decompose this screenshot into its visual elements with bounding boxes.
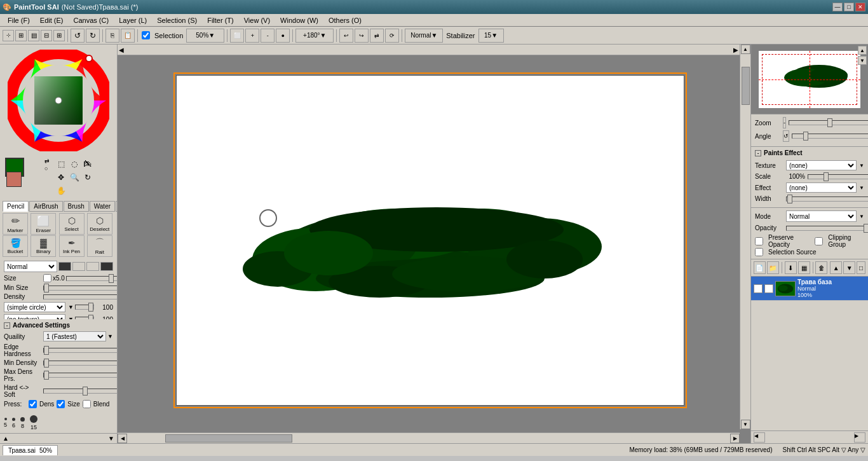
max-dens-slider[interactable] <box>43 373 118 378</box>
rb-left-btn[interactable]: ◀ <box>754 432 765 443</box>
shape-select[interactable]: (simple circle) <box>4 302 65 312</box>
menu-layer[interactable]: Layer (L) <box>114 15 152 25</box>
layer-extra-btn[interactable]: □ <box>857 261 865 274</box>
dot-size-15[interactable]: 15 <box>30 415 37 430</box>
layer-down-btn[interactable]: ▼ <box>843 261 855 274</box>
tool-grid-btn[interactable]: ⊟ <box>41 30 52 41</box>
scroll-left-btn[interactable]: ◀ <box>118 434 127 443</box>
flip-btn[interactable]: ⇄ <box>370 29 384 43</box>
nav-angle-minus[interactable]: ↺ <box>783 130 789 142</box>
tool-zoom-btn[interactable]: ▤ <box>28 30 39 41</box>
scroll-up-btn[interactable]: ▲ <box>741 45 750 54</box>
tool-copy-btn[interactable]: ⎘ <box>105 29 119 43</box>
shape-dark-btn[interactable] <box>100 262 113 271</box>
layer-lock-btn[interactable]: 🖊 <box>764 284 773 293</box>
size-press-checkbox[interactable] <box>57 400 65 408</box>
size-slider[interactable] <box>66 276 117 281</box>
left-scroll-down[interactable]: ▼ <box>108 435 114 442</box>
lm-mode-select[interactable]: Normal <box>786 210 857 222</box>
dot-size-8[interactable]: 8 <box>20 417 25 429</box>
minimize-button[interactable]: — <box>832 3 843 11</box>
left-scroll-up[interactable]: ▲ <box>3 435 9 442</box>
min-size-slider[interactable] <box>43 286 117 291</box>
clipping-group-checkbox[interactable] <box>815 237 823 245</box>
density-slider[interactable] <box>43 294 117 299</box>
layer-delete-btn[interactable]: 🗑 <box>815 261 827 274</box>
scroll-thumb-h[interactable] <box>165 434 292 443</box>
tool-deselect[interactable]: ⬡ Deselect <box>87 213 112 235</box>
layer-new-btn[interactable]: 📄 <box>754 261 766 274</box>
scroll-down-btn[interactable]: ▼ <box>741 420 750 429</box>
canvas-board[interactable] <box>176 75 684 406</box>
maximize-button[interactable]: □ <box>844 3 854 11</box>
menu-window[interactable]: Window (W) <box>275 15 323 25</box>
rot-reset-btn[interactable]: ⟳ <box>385 29 399 43</box>
quality-select[interactable]: 1 (Fastest) <box>43 331 106 341</box>
scroll-thumb-v[interactable] <box>742 67 750 105</box>
nav-zoom-slider[interactable] <box>789 120 868 125</box>
menu-view[interactable]: View (V) <box>239 15 275 25</box>
menu-others[interactable]: Others (O) <box>323 15 367 25</box>
file-tab[interactable]: Трава.sai 50% <box>3 445 58 455</box>
edge-hardness-slider[interactable] <box>43 348 118 353</box>
shape-hard-btn[interactable] <box>58 262 71 271</box>
select-rect-btn[interactable]: ⬚ <box>55 158 67 170</box>
rot-right-btn[interactable]: ↪ <box>355 29 369 43</box>
scroll-track-h[interactable] <box>127 434 730 443</box>
hand-canvas-btn[interactable]: ✋ <box>55 184 67 197</box>
move-btn[interactable]: ✥ <box>55 171 67 184</box>
tab-airbrush[interactable]: AirBrush <box>29 201 62 212</box>
tool-rait[interactable]: ⌒ Rait <box>87 235 112 257</box>
zoom-dropdown[interactable]: 50%▼ <box>186 29 224 43</box>
tool-undo-btn[interactable]: ↺ <box>71 29 85 43</box>
canvas-scroll-topright[interactable]: ▶ <box>733 46 738 53</box>
layer-up-btn[interactable]: ▲ <box>830 261 842 274</box>
reset-colors-btn[interactable]: ○ <box>44 165 50 172</box>
eyedropper-btn[interactable]: 🖎 <box>81 158 94 170</box>
lm-opacity-slider[interactable] <box>786 226 868 231</box>
rotate-canvas-btn[interactable]: ↻ <box>81 171 94 184</box>
tab-pencil[interactable]: Pencil <box>3 201 29 212</box>
close-button[interactable]: ✕ <box>855 3 865 11</box>
tool-bucket[interactable]: 🪣 Bucket <box>3 235 28 257</box>
tool-binary[interactable]: ▓ Binary <box>31 235 56 257</box>
scroll-track-v[interactable] <box>742 54 750 420</box>
zoom-in-btn[interactable]: + <box>245 29 259 43</box>
layer-visibility-btn[interactable]: 👁 <box>754 284 763 293</box>
swap-colors-btn[interactable]: ⇄ <box>44 158 50 164</box>
tool-eraser[interactable]: ⬜ Eraser <box>31 213 56 235</box>
pe-scale-slider[interactable] <box>808 174 868 179</box>
select-lasso-btn[interactable]: ◌ <box>68 158 81 170</box>
tool-select[interactable]: ⬡ Select <box>59 213 85 235</box>
tool-ink-pen[interactable]: ✒ Ink Pen <box>59 235 85 257</box>
collapse-btn[interactable]: - <box>4 322 10 329</box>
zoom-out-btn[interactable]: - <box>261 29 275 43</box>
layer-fill-btn[interactable]: ▦ <box>798 261 810 274</box>
menu-file[interactable]: File (F) <box>3 15 35 25</box>
tool-redo-btn[interactable]: ↻ <box>86 29 100 43</box>
dens-checkbox[interactable] <box>29 400 37 408</box>
angle-value-display[interactable]: +180°▼ <box>295 29 334 43</box>
color-wheel[interactable] <box>8 50 109 151</box>
nav-up-btn[interactable]: ▲ <box>858 46 867 55</box>
rb-right-btn[interactable]: ▶ <box>854 432 865 443</box>
min-density-slider[interactable] <box>43 361 118 366</box>
selection-checkbox[interactable] <box>142 31 150 39</box>
tool-hand-btn[interactable]: ⊞ <box>15 30 27 41</box>
zoom-fit-btn[interactable]: ⬜ <box>230 29 244 43</box>
stabilizer-value-display[interactable]: 15▼ <box>478 29 504 43</box>
pe-width-slider[interactable] <box>786 196 868 202</box>
nav-down-btn[interactable]: ▼ <box>858 56 867 65</box>
menu-edit[interactable]: Edit (E) <box>35 15 69 25</box>
advanced-header[interactable]: - Advanced Settings <box>4 322 113 329</box>
dot-size-6[interactable]: 6 <box>12 418 15 429</box>
mode-display[interactable]: Normal▼ <box>405 29 443 43</box>
canvas-scroll-topleft[interactable]: ◀ <box>119 46 124 53</box>
tool-ruler-btn[interactable]: ⊞ <box>53 30 65 41</box>
menu-selection[interactable]: Selection (S) <box>152 15 202 25</box>
pe-texture-select[interactable]: (none) <box>786 160 857 170</box>
layer-item[interactable]: 👁 🖊 Трава база Normal 100% <box>751 277 868 301</box>
pe-collapse-btn[interactable]: - <box>755 150 761 156</box>
shape-soft-btn[interactable] <box>86 262 99 271</box>
background-color-swatch[interactable] <box>6 172 22 187</box>
